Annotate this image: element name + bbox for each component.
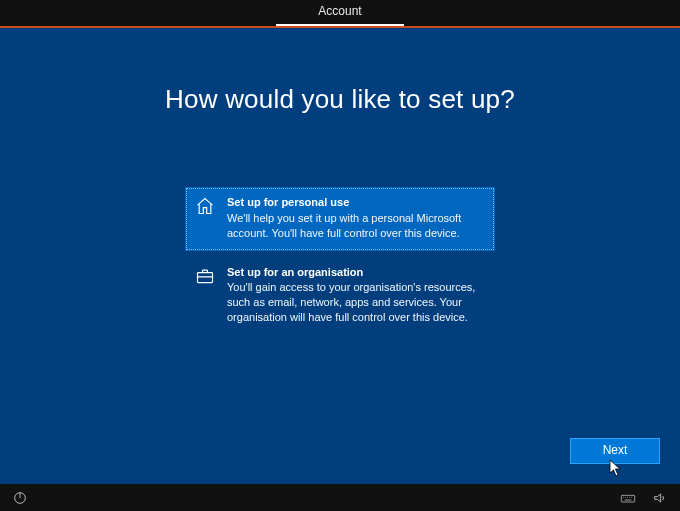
setup-options: Set up for personal use We'll help you s… — [185, 187, 495, 335]
option-org-title: Set up for an organisation — [227, 265, 485, 280]
main-panel: How would you like to set up? Set up for… — [0, 28, 680, 484]
power-icon[interactable] — [12, 490, 28, 506]
svg-rect-3 — [621, 495, 634, 502]
next-button[interactable]: Next — [570, 438, 660, 464]
top-bar: Account — [0, 0, 680, 26]
page-title: How would you like to set up? — [0, 84, 680, 115]
svg-rect-0 — [198, 272, 213, 282]
option-personal-desc: We'll help you set it up with a personal… — [227, 211, 485, 241]
bottom-bar — [0, 484, 680, 511]
option-org-text: Set up for an organisation You'll gain a… — [227, 265, 485, 325]
volume-icon[interactable] — [652, 490, 668, 506]
option-personal-title: Set up for personal use — [227, 195, 485, 210]
tab-account[interactable]: Account — [276, 0, 403, 26]
option-personal-text: Set up for personal use We'll help you s… — [227, 195, 485, 241]
option-personal-use[interactable]: Set up for personal use We'll help you s… — [185, 187, 495, 251]
option-organisation[interactable]: Set up for an organisation You'll gain a… — [185, 257, 495, 335]
keyboard-icon[interactable] — [620, 490, 636, 506]
briefcase-icon — [195, 266, 215, 286]
option-org-desc: You'll gain access to your organisation'… — [227, 280, 485, 325]
home-icon — [195, 196, 215, 216]
